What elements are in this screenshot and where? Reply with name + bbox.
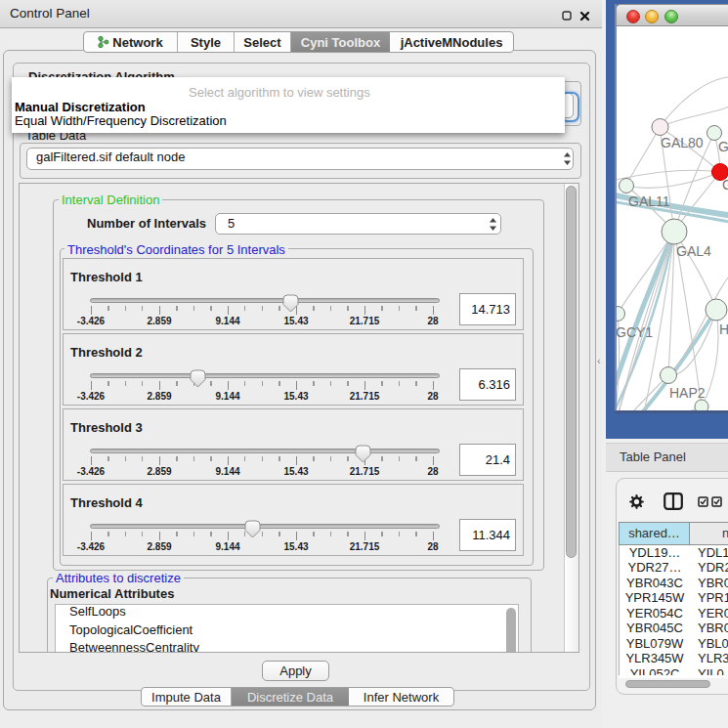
svg-text:GAL4: GAL4: [676, 243, 711, 259]
svg-text:HAP2: HAP2: [669, 385, 706, 401]
svg-text:GAL80: GAL80: [661, 135, 704, 150]
svg-text:G: G: [722, 177, 728, 193]
svg-text:GCY1: GCY1: [617, 324, 653, 340]
svg-text:GA: GA: [718, 139, 728, 154]
svg-text:H: H: [719, 321, 728, 337]
svg-text:GAL11: GAL11: [628, 193, 670, 209]
